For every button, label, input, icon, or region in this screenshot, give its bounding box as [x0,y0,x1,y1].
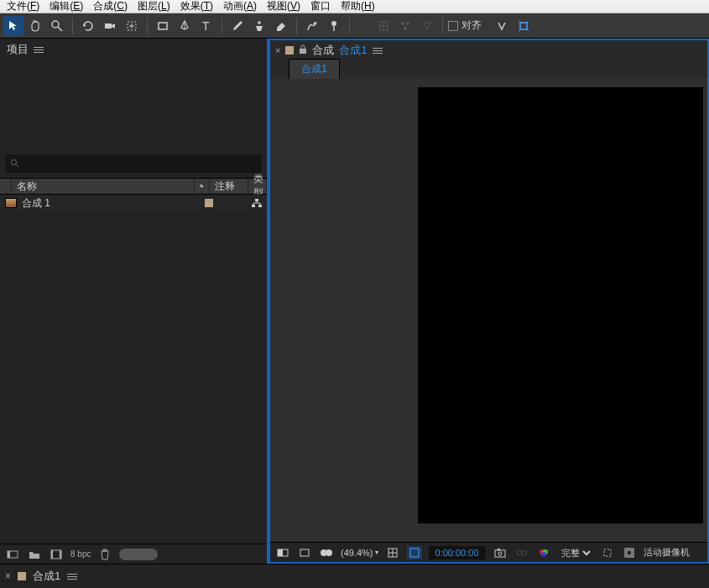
label-swatch[interactable] [205,199,213,207]
svg-point-36 [326,549,332,556]
text-tool[interactable]: T [196,16,216,36]
flowchart-icon[interactable] [252,199,262,207]
svg-point-48 [541,552,546,557]
viewer-footer: (49.4%)▾ 0:00:00:00 完整 活动摄像机 [270,542,707,562]
toggle-transparency-button[interactable] [297,546,312,559]
menu-edit[interactable]: 编辑(E) [44,0,88,13]
pen-tool[interactable] [175,16,195,36]
expand-tool[interactable] [514,16,534,36]
project-list-empty[interactable] [0,211,267,544]
toggle-alpha-button[interactable] [275,546,290,559]
pin-tool[interactable] [324,16,344,36]
camera-dropdown[interactable]: 活动摄像机 [644,546,690,559]
panel-menu-icon[interactable] [34,47,44,53]
svg-point-15 [404,27,407,30]
svg-rect-16 [520,23,527,29]
roto-tool[interactable] [302,16,322,36]
menu-window[interactable]: 窗口 [305,0,336,13]
svg-rect-43 [498,549,500,550]
col-tag[interactable] [195,179,210,194]
selection-tool[interactable] [3,16,23,36]
timeline-menu-icon[interactable] [67,574,77,580]
channel-button[interactable] [536,546,551,559]
menu-view[interactable]: 视图(V) [262,0,305,13]
svg-rect-4 [159,23,167,29]
menu-composition[interactable]: 合成(C) [88,0,133,13]
project-item[interactable]: 合成 1 [0,195,267,211]
align-toggle[interactable]: 对齐 [448,18,482,33]
menu-help[interactable]: 帮助(H) [336,0,380,13]
svg-point-8 [331,21,336,26]
puppet-group-icon [395,16,415,36]
project-search[interactable] [5,154,262,173]
menu-layer[interactable]: 图层(L) [133,0,175,13]
search-icon [10,159,20,169]
timeline-close-button[interactable]: × [5,570,11,582]
toggle-mask-button[interactable] [319,546,334,559]
svg-point-42 [498,552,502,555]
col-comment[interactable]: 注释 [210,179,248,194]
menu-effect[interactable]: 效果(T) [175,0,218,13]
lock-icon[interactable] [299,44,307,57]
viewer-tabbar: × 合成 合成1 [270,40,707,60]
viewer-canvas-area[interactable] [270,79,707,542]
svg-rect-34 [300,549,309,556]
col-name[interactable]: 名称 [12,179,195,194]
zoom-dropdown[interactable]: (49.4%)▾ [341,548,378,558]
viewer-menu-icon[interactable] [373,48,383,54]
menubar: 文件(F) 编辑(E) 合成(C) 图层(L) 效果(T) 动画(A) 视图(V… [0,0,709,13]
menu-animation[interactable]: 动画(A) [218,0,262,13]
roi-button[interactable] [600,546,615,559]
bpc-button[interactable]: 8 bpc [70,548,91,561]
project-panel-title: 项目 [7,42,29,57]
col-type[interactable]: 类型 [248,179,267,194]
close-panel-button[interactable]: × [275,45,280,55]
svg-point-0 [52,21,59,28]
svg-rect-30 [60,550,61,559]
new-comp-button[interactable] [49,548,64,561]
viewer-label-swatch[interactable] [285,46,294,55]
delete-button[interactable] [97,548,112,561]
clone-tool[interactable] [249,16,269,36]
zoom-tool[interactable] [47,16,67,36]
shape-tool[interactable] [153,16,173,36]
project-panel-header[interactable]: 项目 [0,39,267,60]
mesh-tool [373,16,394,36]
current-time[interactable]: 0:00:00:00 [429,546,486,559]
hand-tool[interactable] [25,16,45,36]
interpret-footage-button[interactable] [5,548,20,561]
rotate-tool[interactable] [78,16,98,36]
project-panel: 项目 名称 注释 类型 合成 1 [0,39,268,564]
menu-file[interactable]: 文件(F) [2,0,44,13]
show-snapshot-button[interactable] [514,546,529,559]
resolution-dropdown[interactable]: 完整 [558,547,593,559]
viewer-tab-active[interactable]: 合成1 [289,59,340,79]
svg-rect-2 [105,23,112,29]
region-button[interactable] [407,546,422,559]
project-item-name: 合成 1 [22,196,50,211]
svg-point-17 [12,160,17,165]
snapshot-button[interactable] [493,546,508,559]
project-scrollbar[interactable] [119,549,158,560]
timeline-panel-tab[interactable]: × 合成1 [0,564,709,588]
new-folder-button[interactable] [27,548,42,561]
composition-viewer: × 合成 合成1 合成1 (49.4%)▾ 0:00:00:00 完整 [268,39,709,564]
svg-point-13 [401,22,404,25]
guides-button[interactable] [622,546,637,559]
svg-rect-51 [627,550,632,555]
svg-point-14 [406,22,409,25]
eraser-tool[interactable] [271,16,291,36]
brush-tool[interactable] [227,16,248,36]
composition-canvas[interactable] [418,87,703,523]
toolbar: T 对齐 [0,13,709,39]
snap-tool[interactable] [492,16,512,36]
camera-tool[interactable] [100,16,120,36]
pan-behind-tool[interactable] [122,16,142,36]
svg-point-45 [522,550,527,555]
svg-rect-20 [252,205,255,207]
viewer-breadcrumb-link[interactable]: 合成1 [339,43,367,58]
svg-rect-49 [604,549,611,556]
grid-button[interactable] [385,546,400,559]
timeline-label-swatch[interactable] [18,572,26,580]
viewer-subtabs: 合成1 [270,60,707,79]
